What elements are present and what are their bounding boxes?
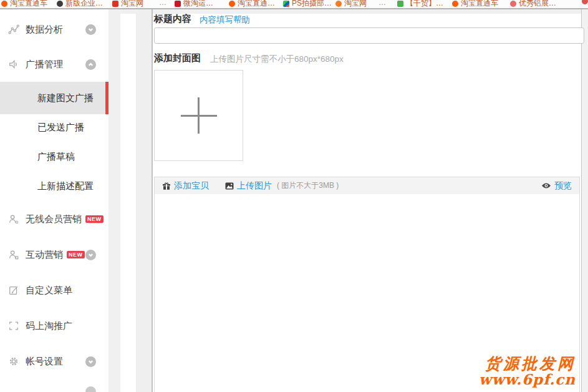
sidebar-item-account-settings[interactable]: 帐号设置 — [0, 351, 108, 372]
sidebar-item-interactive-marketing[interactable]: 互动营销 NEW — [0, 244, 108, 265]
taobao-red-icon — [112, 1, 118, 7]
bookmark-item[interactable]: PS拍摄部… — [283, 0, 332, 8]
sidebar-item-label: 广播草稿 — [37, 151, 75, 163]
bookmark-item[interactable]: 淘宝直通… — [229, 0, 275, 8]
preview-label: 预览 — [554, 180, 572, 192]
taobao-bubble-icon — [1, 1, 7, 7]
image-icon — [225, 182, 234, 190]
upload-image-label: 上传图片 — [237, 180, 272, 192]
sidebar-item-data-analysis[interactable]: 数据分析 — [0, 19, 108, 40]
bookmark-item[interactable]: 微淘运… — [175, 0, 213, 8]
taobao-bubble-icon — [452, 1, 458, 7]
title-input[interactable] — [154, 27, 584, 44]
red-sliver-icon — [582, 0, 588, 4]
speaker-icon — [8, 59, 19, 70]
weitao-icon — [175, 1, 181, 7]
add-item-label: 添加宝贝 — [174, 180, 209, 192]
chevron-down-icon — [85, 356, 96, 367]
bookmark-label: 优秀铝展… — [519, 0, 556, 8]
app-area: 数据分析 广播管理 新建图文广播 已发送广播 广播草稿 上 — [0, 9, 588, 392]
interact-icon — [8, 249, 19, 260]
bookmark-item[interactable]: 淘宝直通车 — [1, 0, 47, 8]
watermark-line2: www.6pf.cn — [479, 372, 576, 387]
sidebar-item-label: 无线会员营销 — [26, 213, 82, 225]
new-badge: NEW — [85, 215, 104, 223]
preview-button[interactable]: 预览 — [541, 180, 572, 192]
watermark: 货源批发网 www.6pf.cn — [479, 356, 576, 387]
sidebar-nav: 数据分析 广播管理 新建图文广播 已发送广播 广播草稿 上 — [0, 9, 108, 392]
bookmark-item[interactable]: 优秀铝展… — [510, 0, 556, 8]
bookmark-item[interactable]: 淘宝直通车 — [452, 0, 498, 8]
chevron-down-icon — [85, 24, 96, 35]
bookmark-label: 淘宝网 — [344, 0, 367, 8]
sidebar-item-new-image-text-broadcast[interactable]: 新建图文广播 — [0, 82, 108, 114]
bookmark-label: 淘宝直通… — [238, 0, 275, 8]
title-content-label: 标题内容 — [154, 13, 191, 25]
taobao-bubble-icon — [229, 1, 235, 7]
sidebar-item-label: 数据分析 — [26, 24, 63, 36]
sidebar-item-label: 码上淘推广 — [26, 320, 72, 332]
chevron-up-icon — [85, 59, 96, 70]
bookmark-label: 淘宝直通车 — [461, 0, 498, 8]
sidebar-scrollbar-track[interactable] — [108, 9, 120, 392]
qr-icon — [8, 320, 19, 331]
watermark-line1: 货源批发网 — [479, 356, 576, 372]
green-square-icon — [397, 1, 403, 7]
cover-upload-box[interactable] — [154, 70, 243, 161]
bookmark-label: 【千贸】… — [406, 0, 443, 8]
bookmark-item[interactable]: 淘宝网 — [112, 0, 143, 8]
sidebar-item-custom-menu[interactable]: 自定义菜单 — [0, 280, 108, 301]
gear-icon — [8, 356, 19, 367]
add-item-button[interactable]: 添加宝贝 — [162, 180, 209, 192]
page: 淘宝直通车 新版企业… 淘宝网 … 微淘运… 淘宝直通… PS拍摄部… 淘宝网 … — [0, 0, 588, 392]
content-scrollbar-track[interactable] — [136, 9, 153, 392]
bookmark-label: 微淘运… — [183, 0, 213, 8]
sidebar-item-wireless-member-marketing[interactable]: 无线会员营销 NEW — [0, 208, 108, 230]
browser-bookmarks-bar: 淘宝直通车 新版企业… 淘宝网 … 微淘运… 淘宝直通… PS拍摄部… 淘宝网 … — [0, 0, 588, 8]
bookmark-item[interactable]: 新版企业… — [57, 0, 103, 8]
bookmark-label: 淘宝直通车 — [10, 0, 47, 8]
sidebar-item-broadcast-drafts[interactable]: 广播草稿 — [0, 146, 108, 167]
bookmark-overflow[interactable]: … — [159, 0, 166, 7]
member-icon — [8, 213, 19, 225]
bookmark-label: 淘宝网 — [121, 0, 143, 8]
bookmark-overflow[interactable]: … — [378, 0, 386, 7]
selected-indicator-bar — [105, 82, 108, 114]
photoshop-icon — [283, 1, 289, 7]
pink-circle-icon — [510, 1, 516, 7]
upload-image-button[interactable]: 上传图片 — [225, 180, 272, 192]
dark-circle-icon — [57, 1, 63, 7]
chevron-down-icon — [85, 250, 96, 260]
editor-toolbar: 添加宝贝 上传图片 ( 图片不大于3MB ) — [154, 177, 580, 195]
sidebar-item-label: 广播管理 — [26, 59, 63, 71]
page-scrollbar-track[interactable] — [581, 9, 588, 392]
content-help-link[interactable]: 内容填写帮助 — [200, 14, 250, 26]
sidebar-item-label: 自定义菜单 — [26, 285, 72, 296]
eye-icon — [541, 182, 551, 189]
chart-icon — [8, 24, 19, 35]
chevron-partial-icon — [85, 386, 96, 392]
cover-size-hint: 上传图片尺寸需不小于680px*680px — [210, 54, 344, 65]
bookmark-item[interactable]: 淘宝网 — [335, 0, 367, 8]
bookmark-item[interactable]: 【千贸】… — [397, 0, 443, 8]
sidebar-item-label: 已发送广播 — [37, 122, 84, 134]
taobao-bubble-icon — [335, 1, 342, 7]
sidebar-item-label: 新建图文广播 — [37, 92, 94, 104]
sidebar-item-qr-taobao-promotion[interactable]: 码上淘推广 — [0, 315, 108, 336]
sidebar-item-label: 互动营销 — [26, 249, 63, 261]
sidebar-item-label: 上新描述配置 — [37, 180, 94, 192]
add-cover-image-label: 添加封面图 — [154, 52, 201, 64]
menu-edit-icon — [8, 285, 19, 296]
bookmark-label: 新版企业… — [65, 0, 103, 8]
sidebar-item-label: 帐号设置 — [26, 356, 63, 368]
overflow-dots: … — [378, 0, 386, 7]
bookmark-label: PS拍摄部… — [292, 0, 332, 8]
gift-icon — [162, 182, 171, 190]
bookmark-item[interactable] — [582, 0, 588, 4]
sidebar-item-new-item-description-config[interactable]: 上新描述配置 — [0, 175, 108, 197]
upload-note: ( 图片不大于3MB ) — [277, 180, 339, 191]
sidebar-item-broadcast-management[interactable]: 广播管理 — [0, 54, 108, 75]
editor-body[interactable]: 货源批发网 www.6pf.cn — [154, 194, 580, 392]
new-badge: NEW — [67, 251, 85, 258]
sidebar-item-sent-broadcasts[interactable]: 已发送广播 — [0, 117, 108, 138]
